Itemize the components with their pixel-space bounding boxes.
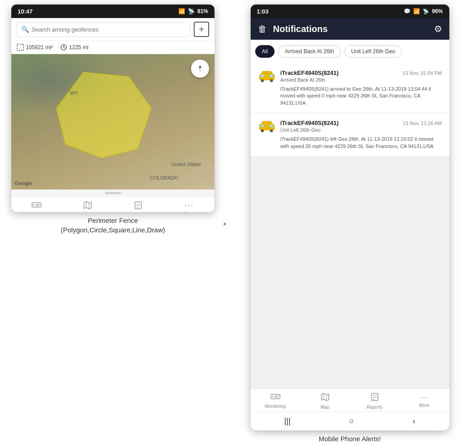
map-container[interactable]: WY United States COLORADO [11,54,215,189]
left-time: 10:47 [18,8,33,15]
notifications-title: Notifications [273,24,428,34]
nav-reports-right[interactable]: Reports [361,393,388,410]
map-label-wy: WY [70,90,78,96]
compass-icon [196,64,205,73]
wifi-icon: 📶 [178,8,185,14]
left-caption: Perimeter Fence (Polygon,Circle,Square,L… [56,212,170,235]
right-caption-text: Mobile Phone Alerts! [319,434,381,443]
notif-device-2: iTrackEF4940S(8241) [280,120,339,126]
caption-line1: Perimeter Fence [61,216,165,225]
navigation-button[interactable] [191,60,209,78]
notif-time-2: 13 Nov, 11:16 AM [403,120,442,126]
settings-icon[interactable]: ⚙ [434,23,442,34]
filter-tab-all[interactable]: All [255,45,275,58]
notification-list: iTrackEF4940S(8241) 13 Nov, 01:04 PM Arr… [251,63,449,388]
search-wrapper: 🔍 [17,22,190,37]
drag-handle[interactable] [11,189,215,197]
filter-tabs: All Arrived Back At 26th Unit Left 26th … [251,40,449,63]
nav-more-right[interactable]: ··· More [411,393,438,410]
reports-icon-right [371,393,379,404]
right-back-button[interactable]: ‹ [413,416,415,426]
google-watermark: Google [15,180,32,186]
svg-marker-3 [199,65,201,69]
right-signal-icon: 📡 [423,9,429,14]
svg-point-36 [272,396,273,397]
stats-bar: 105821 mi² 1225 mi [11,41,215,54]
nav-reports-left[interactable]: Reports [125,201,152,212]
separator-dot [224,223,226,225]
search-input[interactable] [17,22,190,37]
notification-card-1[interactable]: iTrackEF4940S(8241) 13 Nov, 01:04 PM Arr… [251,63,449,113]
nav-monitoring-left[interactable]: Monitoring [23,201,50,212]
right-battery: 96% [432,8,443,14]
notif-title-row-2: iTrackEF4940S(8241) 13 Nov, 11:16 AM [280,120,442,126]
delete-icon[interactable]: 🗑 [258,24,267,34]
notif-card-2-info: iTrackEF4940S(8241) 13 Nov, 11:16 AM Uni… [280,120,442,133]
right-phone-content: 🗑 Notifications ⚙ All Arrived Back At 26… [251,18,449,430]
svg-point-12 [33,204,35,206]
search-icon: 🔍 [21,26,29,33]
svg-point-34 [271,130,272,132]
map-label-us: United States [171,162,201,167]
distance-icon [60,44,67,51]
monitoring-label-right: Monitoring [265,404,286,409]
map-background: WY United States COLORADO [11,54,215,189]
notifications-header: 🗑 Notifications ⚙ [251,18,449,40]
svg-rect-22 [261,74,264,77]
right-home-button[interactable]: ○ [349,416,354,426]
svg-rect-29 [261,125,264,127]
svg-point-26 [261,80,263,82]
notif-event-1: Arrived Back At 26th [280,77,442,83]
empty-area [251,157,449,247]
filter-tab-arrived[interactable]: Arrived Back At 26th [278,45,341,58]
caption-line2: (Polygon,Circle,Square,Line,Draw) [61,225,165,235]
notif-title-row-1: iTrackEF4940S(8241) 13 Nov, 01:04 PM [280,69,442,76]
chat-icon: 💬 [404,8,411,14]
notif-card-1-info: iTrackEF4940S(8241) 13 Nov, 01:04 PM Arr… [280,69,442,83]
map-label-nav-right: Map [321,405,329,410]
notif-card-1-header: iTrackEF4940S(8241) 13 Nov, 01:04 PM Arr… [258,69,442,83]
area-stat: 105821 mi² [17,44,53,51]
more-label-right: More [419,403,429,408]
system-nav-right: ||| ○ ‹ [251,411,449,430]
right-time: 1:03 [257,8,269,15]
add-geofence-button[interactable]: + [194,22,209,37]
right-caption: Mobile Phone Alerts! [314,430,386,443]
signal-icon: 📡 [188,8,195,14]
map-icon-right [321,393,329,404]
geofence-polygon [47,68,156,167]
notif-device-1: iTrackEF4940S(8241) [280,69,339,76]
notification-card-2[interactable]: iTrackEF4940S(8241) 13 Nov, 11:16 AM Uni… [251,113,449,157]
notif-body-1: iTrackEF4940S(8241) arrived to Geo 26th.… [280,86,442,106]
svg-rect-17 [135,202,141,209]
monitoring-icon-left [32,201,42,211]
nav-map-right[interactable]: Map [312,393,339,410]
map-label-co: COLORADO [150,175,178,180]
right-status-bar: 1:03 💬 📶 📡 96% [251,5,449,18]
svg-rect-14 [36,205,39,206]
svg-point-33 [261,130,263,132]
svg-point-27 [271,80,272,82]
car-avatar-2 [258,120,276,133]
left-phone: 10:47 📶 📡 81% 🔍 + [11,5,215,212]
reports-label-right: Reports [367,405,383,410]
right-recent-apps-button[interactable]: ||| [284,416,290,426]
car-avatar-1 [258,69,276,83]
left-status-bar: 10:47 📶 📡 81% [11,5,215,18]
drag-handle-bar [105,192,121,194]
more-icon-right: ··· [420,393,429,402]
filter-tab-left[interactable]: Unit Left 26th Geo [345,45,402,58]
svg-rect-38 [275,397,278,398]
left-phone-content: 🔍 + 105821 mi² 1225 mi [11,18,215,212]
nav-monitoring-right[interactable]: Monitoring [262,393,289,410]
notif-time-1: 13 Nov, 01:04 PM [402,70,442,76]
bottom-nav-left: Monitoring Map Reports [11,197,215,212]
distance-stat: 1225 mi [60,44,89,51]
notif-event-2: Unit Left 26th Geo [280,127,442,133]
right-wifi-icon: 📶 [413,8,420,14]
nav-map-left[interactable]: Map [74,201,101,212]
notif-body-2: iTrackEF4940S(8241) left Geo 26th. At 11… [280,136,442,150]
nav-more-left[interactable]: ··· More [176,201,203,212]
bottom-nav-right: Monitoring Map Reports [251,388,449,411]
monitoring-icon-right [271,393,280,403]
